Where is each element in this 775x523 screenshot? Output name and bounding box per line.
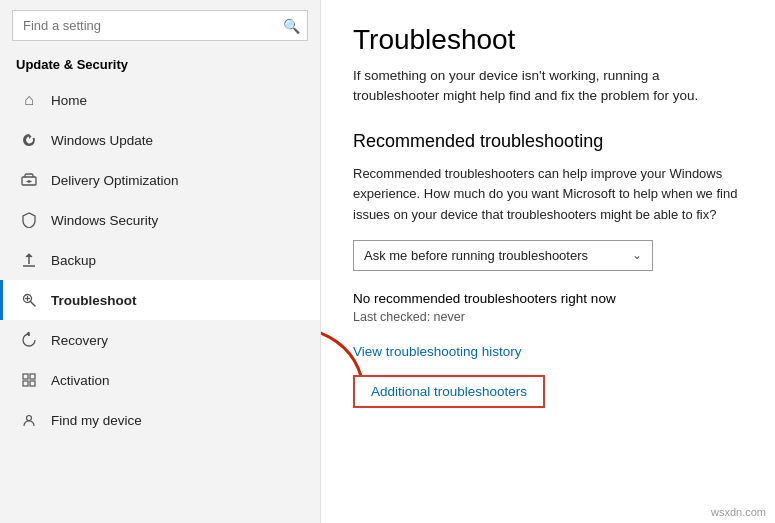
sidebar-section-title: Update & Security (0, 53, 320, 80)
home-icon: ⌂ (19, 90, 39, 110)
search-input[interactable] (12, 10, 308, 41)
sidebar-item-troubleshoot[interactable]: Troubleshoot (0, 280, 320, 320)
sidebar-item-label: Activation (51, 373, 110, 388)
delivery-icon (19, 170, 39, 190)
content-description: If something on your device isn't workin… (353, 66, 743, 107)
sidebar-item-recovery[interactable]: Recovery (0, 320, 320, 360)
main-content: Troubleshoot If something on your device… (320, 0, 775, 523)
sidebar-item-label: Troubleshoot (51, 293, 137, 308)
recommended-heading: Recommended troubleshooting (353, 131, 743, 152)
troubleshoot-icon (19, 290, 39, 310)
sidebar-item-label: Delivery Optimization (51, 173, 179, 188)
sidebar-item-backup[interactable]: Backup (0, 240, 320, 280)
svg-rect-11 (23, 381, 28, 386)
sidebar-item-label: Find my device (51, 413, 142, 428)
sidebar-item-home[interactable]: ⌂ Home (0, 80, 320, 120)
activation-icon (19, 370, 39, 390)
find-device-icon (19, 410, 39, 430)
recommended-body: Recommended troubleshooters can help imp… (353, 164, 743, 226)
search-container: 🔍 (12, 10, 308, 41)
sidebar-item-label: Windows Security (51, 213, 158, 228)
sidebar-item-activation[interactable]: Activation (0, 360, 320, 400)
svg-point-13 (27, 416, 32, 421)
sidebar: 🔍 Update & Security ⌂ Home Windows Updat… (0, 0, 320, 523)
sidebar-item-label: Windows Update (51, 133, 153, 148)
search-icon: 🔍 (283, 18, 300, 34)
sidebar-item-label: Backup (51, 253, 96, 268)
sidebar-item-label: Recovery (51, 333, 108, 348)
chevron-down-icon: ⌄ (632, 248, 642, 262)
dropdown-value: Ask me before running troubleshooters (364, 248, 588, 263)
watermark: wsxdn.com (708, 505, 769, 519)
no-troubleshooters-text: No recommended troubleshooters right now (353, 291, 743, 306)
view-history-link[interactable]: View troubleshooting history (353, 344, 743, 359)
backup-icon (19, 250, 39, 270)
shield-icon (19, 210, 39, 230)
troubleshooter-dropdown[interactable]: Ask me before running troubleshooters ⌄ (353, 240, 653, 271)
svg-rect-10 (30, 374, 35, 379)
svg-line-6 (31, 302, 36, 307)
sidebar-item-windows-security[interactable]: Windows Security (0, 200, 320, 240)
last-checked-text: Last checked: never (353, 310, 743, 324)
sidebar-item-delivery-optimization[interactable]: Delivery Optimization (0, 160, 320, 200)
svg-rect-9 (23, 374, 28, 379)
additional-troubleshooters-container: Additional troubleshooters (353, 375, 743, 408)
recovery-icon (19, 330, 39, 350)
page-title: Troubleshoot (353, 24, 743, 56)
sidebar-item-windows-update[interactable]: Windows Update (0, 120, 320, 160)
additional-troubleshooters-button[interactable]: Additional troubleshooters (353, 375, 545, 408)
svg-rect-12 (30, 381, 35, 386)
update-icon (19, 130, 39, 150)
sidebar-item-find-my-device[interactable]: Find my device (0, 400, 320, 440)
sidebar-item-label: Home (51, 93, 87, 108)
